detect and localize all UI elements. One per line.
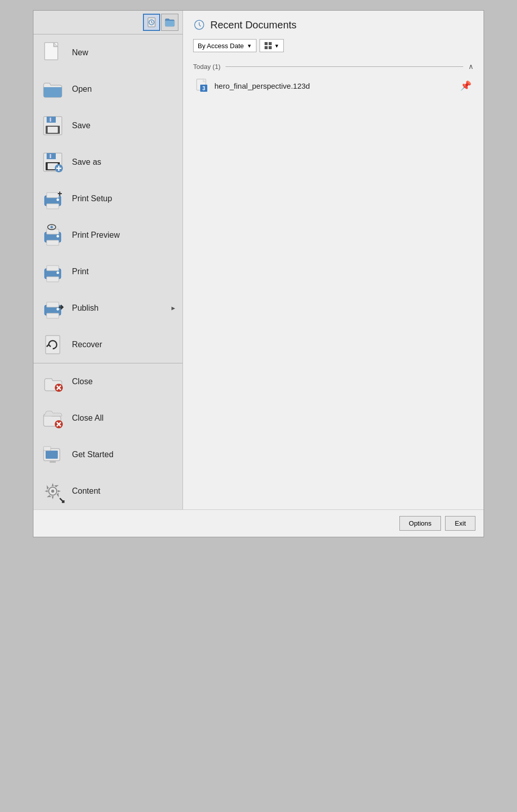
today-section-header: Today (1) ∧ xyxy=(193,62,473,70)
print-preview-label: Print Preview xyxy=(72,231,176,240)
menu-item-print-preview[interactable]: Print Preview xyxy=(33,217,182,253)
menu-item-close[interactable]: Close xyxy=(33,363,182,400)
view-toggle-arrow-icon: ▼ xyxy=(274,43,279,49)
svg-point-37 xyxy=(57,308,59,311)
pin-icon[interactable]: 📌 xyxy=(460,80,471,91)
get-started-label: Get Started xyxy=(72,450,176,459)
recover-label: Recover xyxy=(72,340,176,349)
svg-text:3: 3 xyxy=(202,86,205,91)
menu-item-print[interactable]: Print xyxy=(33,253,182,290)
file-item-0[interactable]: 3 hero_final_perspective.123d 📌 xyxy=(193,75,473,97)
open-label: Open xyxy=(72,85,176,94)
new-icon xyxy=(40,40,66,66)
svg-rect-20 xyxy=(47,204,59,209)
file-name-0: hero_final_perspective.123d xyxy=(214,82,455,90)
svg-rect-14 xyxy=(50,154,51,158)
menu-item-save-as[interactable]: Save as xyxy=(33,144,182,180)
svg-point-27 xyxy=(57,235,59,238)
menu-item-get-started[interactable]: Get Started xyxy=(33,436,182,473)
svg-rect-47 xyxy=(46,451,58,459)
folder-icon-btn[interactable] xyxy=(161,14,178,31)
recover-icon xyxy=(40,331,66,358)
svg-rect-19 xyxy=(47,193,59,198)
right-panel: Recent Documents By Access Date ▼ ▼ xyxy=(183,11,484,509)
options-button[interactable]: Options xyxy=(399,516,441,531)
svg-rect-39 xyxy=(46,336,60,354)
save-as-label: Save as xyxy=(72,158,176,167)
recent-docs-title-icon xyxy=(193,19,205,31)
open-icon xyxy=(40,76,66,102)
menu-item-print-setup[interactable]: Print Setup xyxy=(33,180,182,217)
close-all-label: Close All xyxy=(72,414,176,423)
svg-rect-57 xyxy=(269,42,272,45)
sidebar: New Open xyxy=(33,11,183,509)
sidebar-top-icons xyxy=(33,11,182,34)
svg-rect-56 xyxy=(265,42,268,45)
svg-rect-8 xyxy=(48,127,58,133)
app-window: New Open xyxy=(33,10,484,537)
svg-line-55 xyxy=(199,25,201,26)
get-started-icon xyxy=(40,441,66,468)
svg-rect-58 xyxy=(265,46,268,49)
svg-rect-49 xyxy=(44,447,51,451)
view-toggle-button[interactable]: ▼ xyxy=(260,39,284,52)
save-icon xyxy=(40,113,66,139)
main-layout: New Open xyxy=(33,11,484,509)
by-access-date-label: By Access Date xyxy=(198,42,244,50)
save-label: Save xyxy=(72,121,176,130)
exit-button[interactable]: Exit xyxy=(445,516,475,531)
menu-item-open[interactable]: Open xyxy=(33,71,182,107)
section-divider xyxy=(226,66,463,67)
content-label: Content xyxy=(72,487,176,496)
bottom-bar: Options Exit xyxy=(33,509,484,537)
panel-title-text: Recent Documents xyxy=(210,19,297,31)
svg-rect-32 xyxy=(47,277,59,282)
save-as-icon xyxy=(40,149,66,175)
by-access-date-dropdown[interactable]: By Access Date ▼ xyxy=(193,39,256,52)
menu-item-save[interactable]: Save xyxy=(33,107,182,144)
svg-point-33 xyxy=(57,272,59,274)
menu-item-recover[interactable]: Recover xyxy=(33,326,182,363)
svg-rect-48 xyxy=(50,461,56,463)
section-collapse-button[interactable]: ∧ xyxy=(468,62,473,70)
filter-bar: By Access Date ▼ ▼ xyxy=(193,39,473,52)
svg-rect-9 xyxy=(50,118,51,122)
svg-rect-26 xyxy=(47,240,59,245)
menu-item-content[interactable]: Content xyxy=(33,473,182,509)
publish-icon xyxy=(40,295,66,321)
svg-point-51 xyxy=(51,490,54,493)
panel-title-area: Recent Documents xyxy=(193,19,473,31)
recent-docs-icon-btn[interactable] xyxy=(143,14,160,31)
print-setup-label: Print Setup xyxy=(72,194,176,203)
close-label: Close xyxy=(72,377,176,386)
menu-item-new[interactable]: New xyxy=(33,34,182,71)
print-label: Print xyxy=(72,267,176,276)
menu-item-publish[interactable]: Publish ► xyxy=(33,290,182,326)
dropdown-arrow-icon: ▼ xyxy=(247,43,252,49)
svg-point-29 xyxy=(51,226,53,229)
close-all-icon xyxy=(40,405,66,431)
svg-rect-36 xyxy=(47,313,59,318)
svg-point-21 xyxy=(57,199,59,201)
today-section-title: Today (1) xyxy=(193,63,220,70)
publish-label: Publish xyxy=(72,304,164,313)
file-type-icon: 3 xyxy=(195,79,209,93)
print-setup-icon xyxy=(40,186,66,212)
close-icon xyxy=(40,368,66,395)
svg-rect-59 xyxy=(269,46,272,49)
content-icon xyxy=(40,478,66,504)
print-icon xyxy=(40,259,66,285)
menu-item-close-all[interactable]: Close All xyxy=(33,400,182,436)
new-label: New xyxy=(72,48,176,57)
print-preview-icon xyxy=(40,222,66,248)
publish-arrow: ► xyxy=(170,305,176,312)
svg-rect-35 xyxy=(47,302,59,307)
svg-rect-31 xyxy=(47,266,59,271)
